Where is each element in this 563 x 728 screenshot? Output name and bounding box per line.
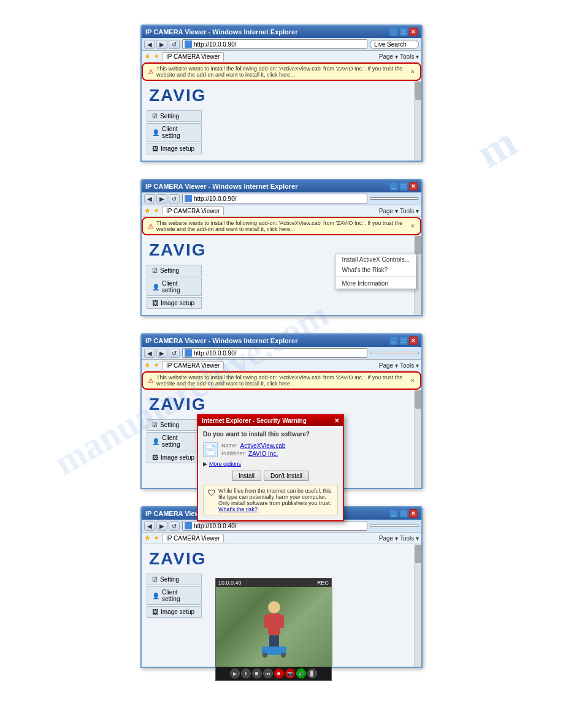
minimize-button-1[interactable]: _ <box>389 28 398 36</box>
camera-header: 10.0.0.40 REC <box>216 578 331 587</box>
infobar-close-3[interactable]: ✕ <box>410 377 415 384</box>
install-button[interactable]: Install <box>232 471 261 481</box>
addon-infobar-1[interactable]: ⚠ This website wants to install the foll… <box>142 63 421 81</box>
dialog-close-icon[interactable]: ✕ <box>334 417 339 424</box>
rss-star-4: ✦ <box>153 534 159 542</box>
toolbar-3: ◀ ▶ ↺ http://10.0.0.90/ <box>142 347 421 360</box>
dont-install-button[interactable]: Don't Install <box>264 471 309 481</box>
menu-item-client-1[interactable]: 👤 Client setting <box>147 123 202 142</box>
address-bar-3[interactable]: http://10.0.0.90/ <box>182 348 367 358</box>
page-tool-3[interactable]: Page ▾ <box>379 362 398 369</box>
minimize-button-4[interactable]: _ <box>389 509 398 518</box>
svg-rect-2 <box>264 615 269 628</box>
tools-tool-1[interactable]: Tools ▾ <box>400 53 419 60</box>
refresh-button-4[interactable]: ↺ <box>169 521 180 531</box>
scrollbar-4[interactable] <box>414 544 421 667</box>
titlebar-1: IP CAMERA Viewer - Windows Internet Expl… <box>142 26 421 38</box>
address-bar-4[interactable]: http://10.0.0.40/ <box>182 521 367 531</box>
menu-label-image-2: Image setup <box>161 300 194 306</box>
addon-infobar-3[interactable]: ⚠ This website wants to install the foll… <box>142 371 421 390</box>
close-button-2[interactable]: ✕ <box>409 182 418 191</box>
close-button-3[interactable]: ✕ <box>409 336 418 345</box>
search-bar-4[interactable] <box>370 525 419 527</box>
tools-tool-2[interactable]: Tools ▾ <box>400 208 419 214</box>
cam-btn-4[interactable]: ⏮ <box>263 669 273 678</box>
screenshot2-container: IP CAMERA Viewer - Windows Internet Expl… <box>140 179 423 316</box>
scrollbar-1[interactable] <box>414 81 421 161</box>
menu-item-client-2[interactable]: 👤 Client setting <box>147 278 202 296</box>
fav-tab-3[interactable]: IP CAMERA Viewer <box>162 361 224 370</box>
risk-link[interactable]: What's the risk? <box>218 506 258 512</box>
page-icon-3 <box>185 349 192 357</box>
scrollbar-3[interactable] <box>414 390 421 488</box>
forward-button-3[interactable]: ▶ <box>156 349 167 358</box>
page-tool-4[interactable]: Page ▾ <box>379 535 398 542</box>
menu-item-setting-3[interactable]: ☑ Setting <box>147 419 202 431</box>
addon-infobar-2[interactable]: ⚠ This website wants to install the foll… <box>142 217 421 235</box>
infobar-close-2[interactable]: ✕ <box>410 223 415 229</box>
tools-tool-3[interactable]: Tools ▾ <box>400 362 419 369</box>
cam-btn-1[interactable]: ▶ <box>230 669 240 678</box>
cam-btn-2[interactable]: ⏸ <box>241 669 251 678</box>
close-button-1[interactable]: ✕ <box>409 28 418 36</box>
dialog-more-options[interactable]: ▶ More options <box>203 461 338 467</box>
fav-tab-4[interactable]: IP CAMERA Viewer <box>162 534 224 542</box>
infobar-text-1: This website wants to install the follow… <box>156 66 408 78</box>
forward-button-1[interactable]: ▶ <box>156 40 167 49</box>
page-tool-2[interactable]: Page ▾ <box>379 208 398 214</box>
more-options-link[interactable]: More options <box>209 461 241 467</box>
menu-item-image-3[interactable]: 🖼 Image setup <box>147 452 202 463</box>
tools-tool-4[interactable]: Tools ▾ <box>400 535 419 542</box>
search-bar-3[interactable] <box>370 352 419 354</box>
refresh-button-2[interactable]: ↺ <box>169 194 180 203</box>
cam-btn-5[interactable]: 🔊 <box>296 669 306 678</box>
forward-button-4[interactable]: ▶ <box>156 521 167 531</box>
page-tool-1[interactable]: Page ▾ <box>379 53 398 60</box>
refresh-button-3[interactable]: ↺ <box>169 349 180 358</box>
dialog-publisher-value[interactable]: ZAVIO Inc. <box>248 450 278 457</box>
search-bar-2[interactable] <box>370 197 419 200</box>
minimize-button-3[interactable]: _ <box>389 336 398 345</box>
maximize-button-3[interactable]: □ <box>399 336 408 345</box>
nav-buttons-3: ◀ ▶ ↺ <box>144 349 180 358</box>
address-bar-2[interactable]: http://10.0.0.90/ <box>182 194 367 203</box>
fav-tools-4: Page ▾ Tools ▾ <box>379 535 419 542</box>
checkbox-icon-4: ☑ <box>152 576 158 583</box>
menu-item-setting-1[interactable]: ☑ Setting <box>147 110 202 122</box>
titlebar-text-2: IP CAMERA Viewer - Windows Internet Expl… <box>145 183 297 190</box>
menu-item-image-1[interactable]: 🖼 Image setup <box>147 143 202 154</box>
dialog-title-text: Internet Explorer - Security Warning <box>202 417 307 424</box>
maximize-button-2[interactable]: □ <box>399 182 408 191</box>
dialog-info-row: 📄 Name: ActiveXView.cab Publisher: <box>203 442 338 457</box>
menu-item-client-4[interactable]: 👤 Client setting <box>147 586 202 605</box>
maximize-button-1[interactable]: □ <box>399 28 408 36</box>
back-button-4[interactable]: ◀ <box>144 521 155 531</box>
menu-item-image-2[interactable]: 🖼 Image setup <box>147 297 202 309</box>
close-button-4[interactable]: ✕ <box>409 509 418 518</box>
forward-button-2[interactable]: ▶ <box>156 194 167 203</box>
menu-item-setting-4[interactable]: ☑ Setting <box>147 574 202 585</box>
menu-item-image-4[interactable]: 🖼 Image setup <box>147 606 202 618</box>
maximize-button-4[interactable]: □ <box>399 509 408 518</box>
cam-btn-rec[interactable]: ⏺ <box>274 669 284 678</box>
dialog-titlebar: Internet Explorer - Security Warning ✕ <box>198 415 343 426</box>
back-button-1[interactable]: ◀ <box>144 40 155 49</box>
address-bar-1[interactable]: http://10.0.0.90/ <box>182 39 367 49</box>
menu-item-setting-2[interactable]: ☑ Setting <box>147 265 202 276</box>
dropdown-whats-risk[interactable]: What's the Risk? <box>335 265 416 275</box>
infobar-close-1[interactable]: ✕ <box>410 69 415 75</box>
fav-tab-2[interactable]: IP CAMERA Viewer <box>162 207 224 215</box>
search-bar-1[interactable]: Live Search <box>370 40 419 49</box>
cam-btn-3[interactable]: ⏹ <box>252 669 262 678</box>
fav-tab-1[interactable]: IP CAMERA Viewer <box>162 52 224 61</box>
back-button-3[interactable]: ◀ <box>144 349 155 358</box>
dropdown-install-activex[interactable]: Install ActiveX Controls... <box>335 254 416 265</box>
image-icon-4: 🖼 <box>152 609 158 615</box>
window-controls-1: _ □ ✕ <box>389 28 418 36</box>
cam-btn-snap[interactable]: 📷 <box>285 669 295 678</box>
menu-item-client-3[interactable]: 👤 Client setting <box>147 432 202 450</box>
dropdown-more-info[interactable]: More Information <box>335 278 416 289</box>
minimize-button-2[interactable]: _ <box>389 182 398 191</box>
back-button-2[interactable]: ◀ <box>144 194 155 203</box>
refresh-button-1[interactable]: ↺ <box>169 40 180 49</box>
